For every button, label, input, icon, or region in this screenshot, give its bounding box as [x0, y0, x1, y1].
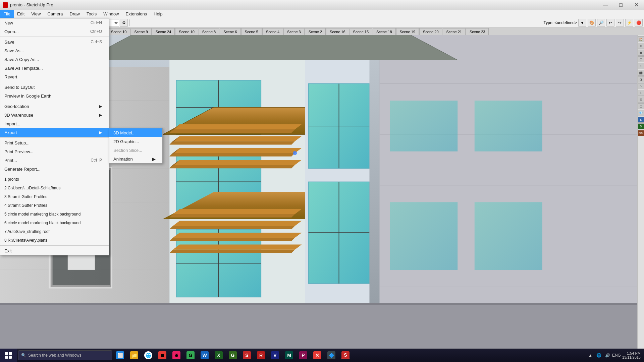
menu-save[interactable]: Save Ctrl+S: [0, 38, 109, 46]
scene-tab-19[interactable]: Scene 19: [396, 28, 419, 35]
scene-tab-15[interactable]: Scene 15: [350, 28, 372, 35]
right-panel-layers[interactable]: ≡: [638, 43, 644, 49]
scene-tab-23[interactable]: Scene 23: [466, 28, 489, 35]
menu-export[interactable]: Export ▶: [0, 128, 109, 137]
export-animation[interactable]: Animation ▶: [109, 155, 162, 163]
taskbar-search[interactable]: 🔍 Search the web and Windows: [18, 350, 112, 360]
taskbar-app14[interactable]: P: [297, 349, 310, 362]
menu-item-help[interactable]: Help: [150, 10, 166, 18]
menu-new[interactable]: New Ctrl+N: [0, 18, 109, 27]
menu-item-file[interactable]: File: [0, 10, 14, 18]
menu-recent-2[interactable]: 2 C:\Users\...\Detail-Schlafhaus: [0, 184, 109, 192]
menu-recent-6[interactable]: 6 circle model marketing black backgroun…: [0, 219, 109, 227]
menu-revert[interactable]: Revert: [0, 72, 109, 81]
menu-recent-4[interactable]: 4 Stramit Gutter Profiles: [0, 201, 109, 210]
taskbar-task-view[interactable]: ⬜: [113, 349, 127, 362]
export-2d-graphic[interactable]: 2D Graphic...: [109, 137, 162, 146]
menu-save-copy[interactable]: Save A Copy As...: [0, 55, 109, 64]
scene-tab-21[interactable]: Scene 21: [443, 28, 466, 35]
menu-save-template[interactable]: Save As Template...: [0, 64, 109, 72]
start-button[interactable]: [0, 349, 17, 362]
menu-open[interactable]: Open... Ctrl+O: [0, 27, 109, 36]
scene-tab-6[interactable]: Scene 6: [220, 28, 240, 35]
menu-recent-1[interactable]: 1 pronto: [0, 175, 109, 184]
menu-3d-warehouse[interactable]: 3D Warehouse ▶: [0, 111, 109, 119]
scene-tab-2[interactable]: Scene 2: [305, 28, 326, 35]
taskbar-app4[interactable]: ◼: [156, 349, 169, 362]
taskbar-app6[interactable]: G: [184, 349, 197, 362]
scene-tab-8[interactable]: Scene 8: [199, 28, 219, 35]
menu-recent-5[interactable]: 5 circle model marketing black backgroun…: [0, 210, 109, 219]
right-panel-entity[interactable]: ℹ: [638, 90, 644, 96]
layer-settings-btn[interactable]: ⚙: [120, 19, 128, 27]
menu-preview-earth[interactable]: Preview in Google Earth: [0, 92, 109, 100]
taskbar-explorer[interactable]: 📁: [127, 349, 141, 362]
menu-recent-7[interactable]: 7 AutoSave_strutting roof: [0, 227, 109, 236]
right-panel-components[interactable]: ⬡: [638, 56, 644, 62]
menu-recent-8[interactable]: 8 R:\Clients\Avery\plans: [0, 236, 109, 245]
type-dropdown-btn[interactable]: ▼: [578, 19, 586, 27]
tray-volume[interactable]: 🔊: [605, 352, 611, 358]
toolbar-extra-5[interactable]: ⚡: [625, 19, 633, 27]
right-panel-ruby[interactable]: 💎: [638, 110, 644, 116]
toolbar-extra-1[interactable]: 🎨: [588, 19, 596, 27]
scene-tab-20[interactable]: Scene 20: [419, 28, 442, 35]
scene-tab-4[interactable]: Scene 4: [262, 28, 283, 35]
scene-tab-10[interactable]: Scene 10: [107, 28, 130, 35]
right-panel-softener[interactable]: ◻: [638, 103, 644, 109]
toolbar-extra-4[interactable]: ↪: [616, 19, 624, 27]
menu-print[interactable]: Print... Ctrl+P: [0, 156, 109, 165]
right-panel-scenes[interactable]: 🎬: [638, 70, 644, 76]
right-panel-materials[interactable]: ◼: [638, 50, 644, 56]
right-panel-fog[interactable]: 〜: [638, 83, 644, 89]
right-panel-bim[interactable]: BIM: [638, 130, 644, 136]
right-panel-styles[interactable]: ✦: [638, 63, 644, 69]
toolbar-extra-6[interactable]: 🔴: [635, 19, 643, 27]
menu-save-as[interactable]: Save As...: [0, 46, 109, 55]
menu-recent-3[interactable]: 3 Stramit Gutter Profiles: [0, 192, 109, 201]
menu-print-setup[interactable]: Print Setup...: [0, 138, 109, 147]
right-panel-match[interactable]: ⊞: [638, 97, 644, 103]
export-3d-model[interactable]: 3D Model...: [109, 128, 162, 137]
taskbar-app8[interactable]: X: [212, 349, 225, 362]
taskbar-app11[interactable]: R: [254, 349, 268, 362]
menu-item-extensions[interactable]: Extensions: [122, 10, 151, 18]
scene-tab-9[interactable]: Scene 9: [130, 28, 151, 35]
minimize-button[interactable]: —: [598, 0, 613, 10]
menu-send-layout[interactable]: Send to LayOut: [0, 83, 109, 92]
taskbar-app15[interactable]: ✕: [311, 349, 324, 362]
taskbar-sketchup[interactable]: S: [240, 349, 254, 362]
close-button[interactable]: ✕: [629, 0, 644, 10]
menu-geo[interactable]: Geo-location ▶: [0, 102, 109, 111]
menu-generate-report[interactable]: Generate Report...: [0, 165, 109, 173]
toolbar-extra-3[interactable]: ↩: [606, 19, 614, 27]
tray-chevron[interactable]: ▲: [587, 352, 593, 358]
right-panel-dollar[interactable]: $: [638, 123, 644, 129]
menu-import[interactable]: Import...: [0, 119, 109, 128]
taskbar-app9[interactable]: G: [226, 349, 239, 362]
taskbar-chrome[interactable]: 🌐: [142, 349, 155, 362]
menu-print-preview[interactable]: Print Preview...: [0, 147, 109, 156]
menu-item-window[interactable]: Window: [100, 10, 122, 18]
right-panel-home[interactable]: 🏠: [638, 36, 644, 42]
taskbar-sketchup-2[interactable]: S: [339, 349, 352, 362]
tray-network[interactable]: 🌐: [596, 352, 602, 358]
scene-tab-3[interactable]: Scene 3: [283, 28, 304, 35]
taskbar-app7[interactable]: W: [198, 349, 211, 362]
scene-tab-24[interactable]: Scene 24: [152, 28, 175, 35]
menu-item-draw[interactable]: Draw: [66, 10, 83, 18]
menu-exit[interactable]: Exit: [0, 246, 109, 255]
taskbar-app13[interactable]: M: [282, 349, 296, 362]
scene-tab-18[interactable]: Scene 18: [373, 28, 395, 35]
scene-tab-10b[interactable]: Scene 10: [175, 28, 198, 35]
right-panel-sync[interactable]: S: [638, 117, 644, 123]
toolbar-extra-2[interactable]: 🔎: [597, 19, 605, 27]
menu-item-tools[interactable]: Tools: [83, 10, 100, 18]
scene-tab-16[interactable]: Scene 16: [326, 28, 349, 35]
menu-item-view[interactable]: View: [28, 10, 44, 18]
right-panel-shadows[interactable]: ◑: [638, 76, 644, 82]
scene-tab-5[interactable]: Scene 5: [241, 28, 262, 35]
taskbar-app16[interactable]: 🔷: [325, 349, 338, 362]
menu-item-camera[interactable]: Camera: [44, 10, 66, 18]
taskbar-app12[interactable]: V: [268, 349, 282, 362]
